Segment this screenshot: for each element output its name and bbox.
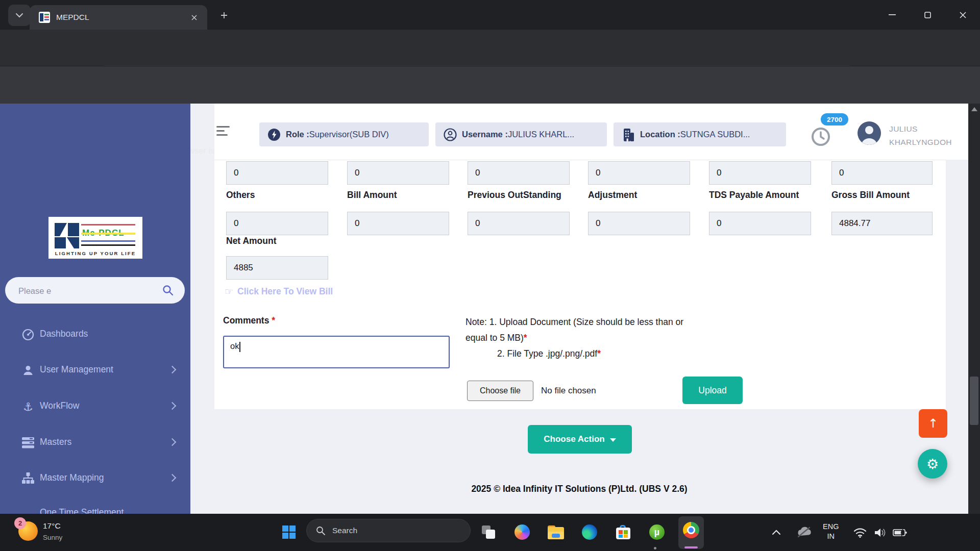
field-label-previous-outstanding: Previous OutStanding xyxy=(468,190,561,201)
tab-title: MEPDCL xyxy=(56,13,89,22)
volume-icon[interactable] xyxy=(871,523,890,542)
location-value: SUTNGA SUBDI... xyxy=(680,130,750,139)
tab-search-button[interactable] xyxy=(8,5,31,26)
weather-alert-badge: 2 xyxy=(14,517,26,529)
adjustment-input[interactable]: 0 xyxy=(588,212,690,235)
sidebar-item-workflow[interactable]: ⚓ WorkFlow xyxy=(0,395,190,418)
sidebar-search[interactable] xyxy=(5,277,185,304)
amount-input[interactable]: 0 xyxy=(468,161,570,185)
choose-action-button[interactable]: Choose Action xyxy=(528,425,632,454)
chevron-right-icon xyxy=(168,402,177,410)
sidebar: Me-PDCL LIGHTING UP YOUR LIFE Dashboards xyxy=(0,104,190,514)
language-indicator[interactable]: ENG IN xyxy=(823,522,839,541)
page-scrollbar[interactable] xyxy=(968,104,980,514)
comments-textarea[interactable]: ok xyxy=(223,336,450,368)
anchor-icon: ⚓ xyxy=(21,400,35,413)
building-icon xyxy=(622,128,635,141)
browser-titlebar: MEPDCL xyxy=(0,0,980,30)
new-tab-button[interactable] xyxy=(216,8,232,23)
sidebar-item-masters[interactable]: Masters xyxy=(0,432,190,454)
field-label-bill-amount: Bill Amount xyxy=(347,190,397,201)
battery-icon[interactable] xyxy=(890,523,910,542)
note-line2-wrap: 2. File Type .jpg/.png/.pdf* xyxy=(497,346,701,362)
tds-payable-input[interactable]: 0 xyxy=(709,212,811,235)
role-label: Role : xyxy=(286,130,309,139)
browser-tab[interactable]: MEPDCL xyxy=(30,5,207,30)
weather-temp[interactable]: 17°C xyxy=(43,521,61,531)
edge-icon[interactable] xyxy=(580,522,599,542)
wifi-icon[interactable] xyxy=(850,523,870,542)
copilot-icon[interactable] xyxy=(512,522,532,542)
no-file-chosen-text: No file chosen xyxy=(541,386,596,396)
view-bill-text: Click Here To View Bill xyxy=(237,286,333,297)
previous-outstanding-input[interactable]: 0 xyxy=(468,212,570,235)
field-label-net-amount: Net Amount xyxy=(226,236,277,246)
window-minimize-button[interactable] xyxy=(877,0,907,30)
text-cursor xyxy=(239,342,240,352)
onedrive-paused-icon[interactable] xyxy=(794,522,814,542)
hamburger-menu-icon[interactable] xyxy=(216,126,231,137)
screen: MEPDCL xyxy=(0,0,980,551)
microsoft-store-icon[interactable] xyxy=(614,522,633,542)
chevron-down-icon xyxy=(16,13,23,18)
bill-amount-input[interactable]: 0 xyxy=(347,212,449,235)
mepdcl-logo: Me-PDCL LIGHTING UP YOUR LIFE xyxy=(48,217,142,259)
window-maximize-button[interactable] xyxy=(913,0,942,30)
sidebar-item-dashboards[interactable]: Dashboards xyxy=(0,323,190,346)
gauge-icon xyxy=(21,328,35,341)
weather-condition[interactable]: Sunny xyxy=(43,534,62,541)
start-button[interactable] xyxy=(282,525,296,539)
default-browser-banner: Set Google Chrome as your default browse… xyxy=(0,66,980,104)
amount-input[interactable]: 0 xyxy=(709,161,811,185)
net-amount-input[interactable]: 4885 xyxy=(226,256,328,280)
taskbar: 2 17°C Sunny xyxy=(0,514,980,551)
username-label: Username : xyxy=(462,130,508,139)
settings-gear-button[interactable]: ⚙ xyxy=(918,449,947,479)
field-label-adjustment: Adjustment xyxy=(588,190,637,201)
pointing-hand-icon: ☞ xyxy=(225,286,233,297)
gross-bill-input[interactable]: 4884.77 xyxy=(831,212,933,235)
chevron-right-icon xyxy=(168,438,177,446)
tray-chevron-up-icon[interactable] xyxy=(767,522,786,542)
choose-action-label: Choose Action xyxy=(544,434,604,444)
window-close-button[interactable] xyxy=(948,0,977,30)
sidebar-item-master-mapping[interactable]: Master Mapping xyxy=(0,467,190,490)
user-icon xyxy=(21,364,35,377)
file-explorer-icon[interactable] xyxy=(546,522,566,542)
choose-file-button[interactable]: Choose file xyxy=(467,381,533,401)
session-clock-icon[interactable] xyxy=(811,127,831,147)
upload-button[interactable]: Upload xyxy=(682,377,743,404)
upload-note: Note: 1. Upload Document (Size should be… xyxy=(465,314,701,362)
lightning-logo-icon xyxy=(55,223,79,248)
required-asterisk: * xyxy=(524,333,527,343)
amount-input[interactable]: 0 xyxy=(831,161,933,185)
avatar[interactable] xyxy=(857,121,881,145)
logo-tagline: LIGHTING UP YOUR LIFE xyxy=(48,251,142,256)
chrome-taskbar-active[interactable] xyxy=(678,516,704,549)
scroll-to-top-button[interactable]: ↑ xyxy=(919,409,947,438)
taskbar-search[interactable] xyxy=(306,519,471,542)
search-icon[interactable] xyxy=(162,285,174,296)
scrollbar-thumb[interactable] xyxy=(970,377,978,425)
amount-input[interactable]: 0 xyxy=(347,161,449,185)
session-counter-badge: 2700 xyxy=(821,113,848,126)
tab-close-icon[interactable] xyxy=(188,11,200,23)
sidebar-item-user-management[interactable]: User Management xyxy=(0,359,190,382)
utorrent-icon[interactable]: µ xyxy=(647,522,667,542)
amount-input[interactable]: 0 xyxy=(588,161,690,185)
scrollbar-up-arrow[interactable] xyxy=(971,107,977,111)
taskbar-search-input[interactable] xyxy=(331,525,456,536)
user-circle-icon xyxy=(444,128,457,141)
view-bill-link[interactable]: ☞ Click Here To View Bill xyxy=(225,286,333,297)
mepdcl-favicon-icon xyxy=(39,12,50,23)
others-input[interactable]: 0 xyxy=(226,212,328,235)
sidebar-item-label: Master Mapping xyxy=(40,472,104,483)
location-badge: Location : SUTNGA SUBDI... xyxy=(614,122,786,146)
user-name-line1: JULIUS xyxy=(889,124,918,134)
role-badge: Role : Supervisor(SUB DIV) xyxy=(259,122,429,146)
note-line2: 2. File Type .jpg/.png/.pdf xyxy=(497,348,597,359)
field-label-others: Others xyxy=(226,190,255,201)
amount-input[interactable]: 0 xyxy=(226,161,328,185)
task-view-icon[interactable] xyxy=(479,522,498,542)
sidebar-search-input[interactable] xyxy=(17,277,162,305)
